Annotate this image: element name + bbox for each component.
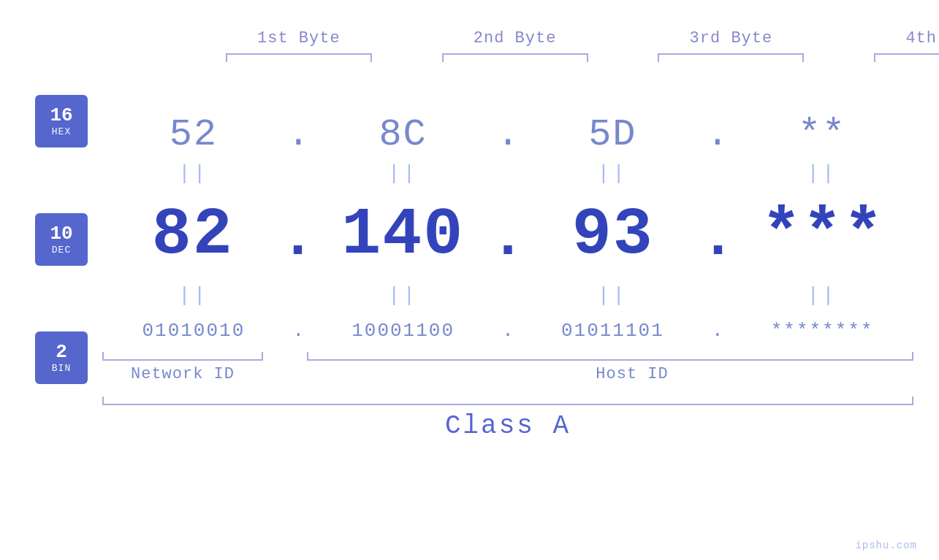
dec-cell-1: 82 xyxy=(102,198,284,272)
byte4-label: 4th Byte xyxy=(905,29,939,47)
hex-dot-2: . xyxy=(495,113,522,156)
dec-val-3: 93 xyxy=(572,198,654,272)
bin-row: 01010010 . 10001100 . 01011101 . xyxy=(102,320,913,342)
dec-row: 82 . 140 . 93 . *** xyxy=(102,198,913,272)
eq1-cell-2: || xyxy=(312,162,495,185)
bin-badge: 2 BIN xyxy=(35,331,88,384)
bin-badge-num: 2 xyxy=(56,342,67,363)
hex-cell-1: 52 xyxy=(102,113,285,156)
network-bracket xyxy=(102,352,263,361)
byte2-label: 2nd Byte xyxy=(474,29,557,47)
equals-row-2: || || || || xyxy=(102,284,913,307)
byte4-bracket xyxy=(874,53,939,62)
content-area: 52 . 8C . 5D . ** xyxy=(102,73,924,502)
network-id-label: Network ID xyxy=(131,365,235,383)
bin-cell-3: 01011101 xyxy=(522,320,704,342)
bin-dot-1: . xyxy=(285,320,312,342)
bin-dot-2: . xyxy=(495,320,522,342)
bin-badge-label: BIN xyxy=(52,363,71,374)
dec-val-2: 140 xyxy=(341,198,464,272)
dec-dot-1: . xyxy=(284,210,313,261)
hex-dot-1: . xyxy=(285,113,312,156)
hex-cell-4: ** xyxy=(731,113,913,156)
eq2-cell-2: || xyxy=(312,284,495,307)
equals-row-1: || || || || xyxy=(102,162,913,185)
bin-val-3: 01011101 xyxy=(561,320,664,342)
dec-badge-label: DEC xyxy=(52,245,71,256)
dec-val-1: 82 xyxy=(152,198,234,272)
bin-dot-3: . xyxy=(704,320,731,342)
byte3-bracket xyxy=(658,53,804,62)
dec-dot-3: . xyxy=(704,210,733,261)
header-row: 1st Byte 2nd Byte 3rd Byte 4th Byte xyxy=(102,15,939,62)
id-labels-row: Network ID Host ID xyxy=(102,365,913,383)
dec-badge-num: 10 xyxy=(50,223,72,245)
eq2-cell-3: || xyxy=(522,284,704,307)
byte2-col: 2nd Byte xyxy=(421,29,609,62)
main-container: 1st Byte 2nd Byte 3rd Byte 4th Byte 16 H… xyxy=(0,0,939,560)
bin-cell-1: 01010010 xyxy=(102,320,285,342)
dec-val-4: *** xyxy=(761,198,884,272)
hex-val-4: ** xyxy=(798,113,846,156)
eq2-cell-1: || xyxy=(102,284,285,307)
byte4-col: 4th Byte xyxy=(853,29,939,62)
hex-val-3: 5D xyxy=(588,113,636,156)
hex-badge-label: HEX xyxy=(52,126,71,137)
hex-cell-2: 8C xyxy=(312,113,495,156)
dec-cell-4: *** xyxy=(733,198,914,272)
bottom-bracket-row xyxy=(102,352,913,361)
hex-row: 52 . 8C . 5D . ** xyxy=(102,113,913,156)
bin-val-4: ******** xyxy=(771,320,874,342)
host-id-label: Host ID xyxy=(596,365,668,383)
bin-cell-2: 10001100 xyxy=(312,320,495,342)
bin-cell-4: ******** xyxy=(731,320,913,342)
byte1-bracket xyxy=(226,53,372,62)
footer-label: ipshu.com xyxy=(855,540,917,551)
dec-cell-2: 140 xyxy=(313,198,494,272)
host-bracket xyxy=(307,352,913,361)
dec-cell-3: 93 xyxy=(522,198,704,272)
full-bracket-row xyxy=(102,396,913,405)
byte1-label: 1st Byte xyxy=(257,29,341,47)
dec-dot-2: . xyxy=(493,210,522,261)
hex-val-1: 52 xyxy=(170,113,218,156)
full-bracket xyxy=(102,396,913,405)
badges-col: 16 HEX 10 DEC 2 BIN xyxy=(35,95,88,384)
byte3-label: 3rd Byte xyxy=(690,29,773,47)
class-label-row: Class A xyxy=(102,411,913,441)
hex-dot-3: . xyxy=(704,113,731,156)
bin-val-2: 10001100 xyxy=(351,320,455,342)
rows-container: 52 . 8C . 5D . ** xyxy=(102,73,924,441)
hex-badge: 16 HEX xyxy=(35,95,88,147)
eq1-cell-4: || xyxy=(731,162,913,185)
eq2-cell-4: || xyxy=(731,284,913,307)
bin-val-1: 01010010 xyxy=(142,320,245,342)
byte2-bracket xyxy=(442,53,588,62)
dec-badge: 10 DEC xyxy=(35,213,88,266)
class-label: Class A xyxy=(445,411,571,441)
hex-badge-num: 16 xyxy=(50,105,72,126)
byte3-col: 3rd Byte xyxy=(637,29,826,62)
hex-val-2: 8C xyxy=(379,113,427,156)
byte1-col: 1st Byte xyxy=(205,29,393,62)
eq1-cell-1: || xyxy=(102,162,285,185)
eq1-cell-3: || xyxy=(522,162,704,185)
hex-cell-3: 5D xyxy=(522,113,704,156)
